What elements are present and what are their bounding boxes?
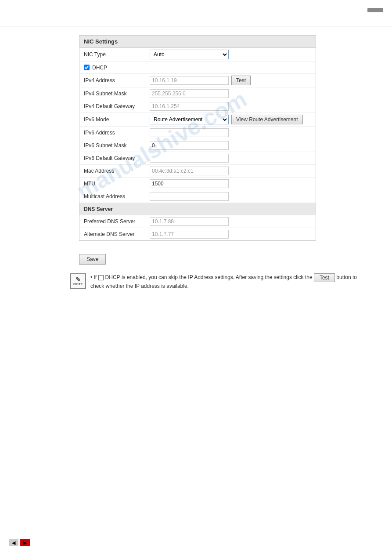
page: NIC Settings NIC Type Auto 10M Half-dupl… — [0, 0, 392, 555]
dhcp-label: DHCP — [92, 65, 107, 71]
ipv4-address-input[interactable] — [150, 76, 229, 85]
ipv6-address-row: IPv6 Address — [79, 127, 316, 139]
ipv6-subnet-control — [150, 141, 311, 150]
ipv4-gateway-control — [150, 102, 311, 111]
alternate-dns-input[interactable] — [150, 230, 229, 239]
mac-address-control — [150, 167, 311, 175]
mtu-label: MTU — [84, 181, 150, 187]
ipv6-subnet-label: IPv6 Subnet Mask — [84, 142, 150, 149]
ipv4-subnet-control — [150, 89, 311, 98]
ipv6-gateway-row: IPv6 Default Gateway — [79, 152, 316, 165]
next-page-button[interactable]: ▶ — [20, 539, 30, 546]
ipv6-gateway-control — [150, 154, 311, 163]
note-icon-label: NOTE — [73, 283, 83, 286]
save-area: Save — [79, 254, 379, 265]
ipv6-mode-label: IPv6 Mode — [84, 116, 150, 123]
note-icon-pencil: ✎ — [76, 276, 81, 283]
note-icon: ✎ NOTE — [70, 273, 86, 289]
note-dhcp-text: DHCP — [105, 273, 120, 282]
alternate-dns-label: Alternate DNS Server — [84, 231, 150, 237]
note-text-middle: is enabled, you can skip the IP Address … — [122, 274, 314, 280]
dns-section-title: DNS Server — [84, 206, 113, 212]
nic-type-control: Auto 10M Half-duplex 10M Full-duplex 100… — [150, 50, 311, 59]
mac-address-label: Mac Address — [84, 168, 150, 174]
note-dhcp-ref: DHCP — [98, 273, 120, 282]
test-button[interactable]: Test — [231, 76, 251, 85]
mtu-row: MTU — [79, 178, 316, 190]
mtu-input[interactable] — [150, 179, 229, 188]
ipv4-gateway-label: IPv4 Default Gateway — [84, 103, 150, 109]
preferred-dns-input[interactable] — [150, 217, 229, 226]
bottom-nav: ◀ ▶ — [9, 539, 30, 546]
note-area: ✎ NOTE • If DHCP is enabled, you can ski… — [70, 273, 379, 290]
note-content: • If DHCP is enabled, you can skip the I… — [90, 273, 363, 290]
ipv6-subnet-row: IPv6 Subnet Mask — [79, 139, 316, 152]
top-bar — [0, 0, 392, 26]
ipv4-address-row: IPv4 Address Test — [79, 74, 316, 87]
ipv6-gateway-label: IPv6 Default Gateway — [84, 155, 150, 161]
nic-type-select[interactable]: Auto 10M Half-duplex 10M Full-duplex 100… — [150, 50, 229, 59]
save-button[interactable]: Save — [79, 254, 106, 265]
multicast-address-input[interactable] — [150, 192, 229, 201]
nic-settings-title: NIC Settings — [79, 36, 316, 48]
view-route-advertisement-button[interactable]: View Route Advertisement — [231, 115, 303, 124]
ipv6-mode-row: IPv6 Mode Route Advertisement Manual DHC… — [79, 113, 316, 127]
ipv6-address-label: IPv6 Address — [84, 130, 150, 136]
preferred-dns-row: Preferred DNS Server — [79, 215, 316, 228]
ipv6-address-control — [150, 128, 311, 137]
ipv6-gateway-input[interactable] — [150, 154, 229, 163]
ipv4-address-control: Test — [150, 76, 311, 85]
preferred-dns-control — [150, 217, 311, 226]
nic-settings-panel: NIC Settings NIC Type Auto 10M Half-dupl… — [79, 35, 316, 241]
note-test-button[interactable]: Test — [314, 273, 335, 282]
ipv4-subnet-label: IPv4 Subnet Mask — [84, 91, 150, 97]
dhcp-row: DHCP — [79, 62, 316, 74]
alternate-dns-control — [150, 230, 311, 239]
alternate-dns-row: Alternate DNS Server — [79, 228, 316, 240]
ipv6-mode-control: Route Advertisement Manual DHCP View Rou… — [150, 115, 311, 124]
multicast-address-control — [150, 192, 311, 201]
ipv6-mode-select[interactable]: Route Advertisement Manual DHCP — [150, 115, 229, 124]
multicast-address-label: Multicast Address — [84, 193, 150, 200]
nic-type-label: NIC Type — [84, 51, 150, 58]
ipv6-address-input[interactable] — [150, 128, 229, 137]
dns-section-header: DNS Server — [79, 203, 316, 215]
mac-address-row: Mac Address — [79, 165, 316, 178]
ipv4-subnet-input[interactable] — [150, 89, 229, 98]
preferred-dns-label: Preferred DNS Server — [84, 218, 150, 225]
ipv4-gateway-row: IPv4 Default Gateway — [79, 100, 316, 113]
note-dhcp-checkbox-icon — [98, 275, 104, 280]
note-text-before: • If — [90, 274, 98, 280]
multicast-address-row: Multicast Address — [79, 190, 316, 203]
ipv4-address-label: IPv4 Address — [84, 77, 150, 83]
top-bar-button[interactable] — [367, 8, 383, 12]
prev-page-button[interactable]: ◀ — [9, 539, 18, 546]
mtu-control — [150, 179, 311, 188]
ipv4-subnet-row: IPv4 Subnet Mask — [79, 87, 316, 100]
mac-address-input[interactable] — [150, 167, 229, 175]
main-content: NIC Settings NIC Type Auto 10M Half-dupl… — [0, 26, 392, 299]
nic-type-row: NIC Type Auto 10M Half-duplex 10M Full-d… — [79, 48, 316, 62]
ipv6-subnet-input[interactable] — [150, 141, 229, 150]
ipv4-gateway-input[interactable] — [150, 102, 229, 111]
dhcp-checkbox[interactable] — [84, 65, 90, 70]
